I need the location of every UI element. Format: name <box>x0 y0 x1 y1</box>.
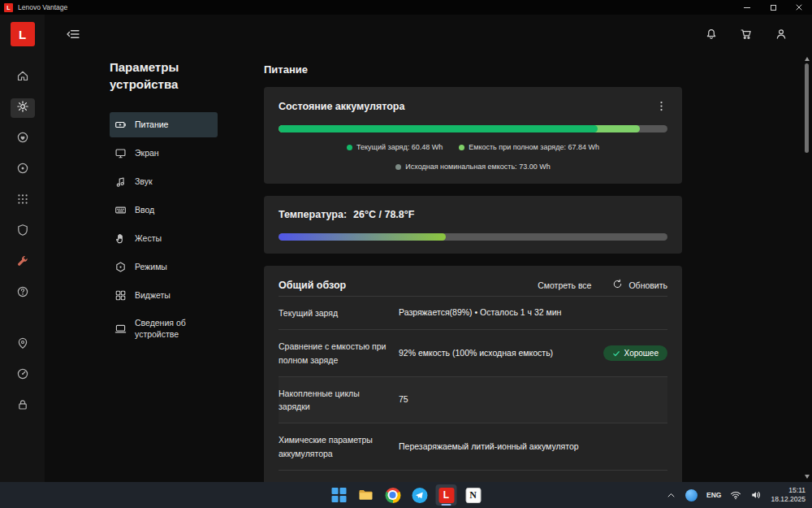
overview-row-charge-cycles: Накопленные циклы зарядки75 <box>279 377 667 424</box>
main-content: Питание Состояние аккумулятора Текущий з… <box>264 54 812 482</box>
windows-logo <box>332 488 347 502</box>
minimize-button[interactable] <box>734 0 760 15</box>
tray-time: 15:11 <box>771 486 806 495</box>
shield-icon <box>16 224 29 240</box>
monitor-icon <box>114 147 127 159</box>
icon-rail: L <box>0 15 45 482</box>
maximize-button[interactable] <box>760 0 786 15</box>
rail-item-performance[interactable] <box>11 366 35 385</box>
notifications-bell-icon[interactable] <box>705 28 718 41</box>
refresh-icon <box>612 279 623 291</box>
nav-item-widgets[interactable]: Виджеты <box>110 283 218 308</box>
temperature-bar-fill <box>279 233 446 241</box>
refresh-button[interactable]: Обновить <box>612 279 667 291</box>
rail-item-home[interactable] <box>11 67 35 87</box>
nav-item-sound[interactable]: Звук <box>110 169 218 194</box>
tray-chevron-up-icon[interactable] <box>666 490 676 501</box>
row-label: Текущий заряд <box>279 306 399 319</box>
rail-item-password[interactable] <box>11 397 35 416</box>
nav-item-label: Режимы <box>135 262 167 273</box>
battery-legend: Текущий заряд: 60.48 WhЕмкость при полно… <box>279 143 667 171</box>
home-icon <box>16 69 29 85</box>
app-header <box>45 15 812 54</box>
rail-item-support[interactable] <box>11 284 35 303</box>
nav-item-label: Виджеты <box>135 290 171 302</box>
rail-item-device-settings[interactable] <box>11 98 35 118</box>
check-icon <box>612 350 620 358</box>
wrench-icon <box>16 254 29 271</box>
rail-item-hardware-scan[interactable] <box>11 253 35 272</box>
heart-icon <box>16 131 29 147</box>
taskbar-vantage-icon[interactable]: L <box>436 484 457 506</box>
nav-item-device-info[interactable]: Сведения об устройстве <box>110 311 218 346</box>
app-area: L Параметры устройства ПитаниеЭкранЗвукВ… <box>0 15 812 482</box>
overview-card-title: Общий обзор <box>279 280 346 291</box>
battery-capacity-bar <box>279 125 667 132</box>
tray-clock[interactable]: 15:11 18.12.2025 <box>771 486 806 504</box>
overview-card: Общий обзор Смотреть все Обновить Текущи… <box>264 266 682 482</box>
nav-item-modes[interactable]: Режимы <box>110 254 218 280</box>
nav-item-label: Звук <box>135 176 153 188</box>
tray-language[interactable]: ENG <box>706 491 721 499</box>
nav-item-input[interactable]: Ввод <box>110 198 218 223</box>
row-label: Сравнение с емкостью при полном заряде <box>279 340 399 367</box>
row-value: Перезаряжаемый литий-ионный аккумулятор <box>399 441 667 454</box>
rail-item-security[interactable] <box>11 222 35 241</box>
nav-item-display[interactable]: Экран <box>110 141 218 166</box>
legend-text: Емкость при полном заряде: 67.84 Wh <box>469 143 599 151</box>
overview-rows: Текущий зарядРазряжается(89%) • Осталось… <box>279 296 667 482</box>
scrollbar-down-arrow[interactable] <box>805 475 810 479</box>
nav-item-label: Питание <box>135 119 168 131</box>
legend-dot <box>347 145 352 150</box>
grid-icon <box>16 193 29 209</box>
taskbar-apps: LN <box>329 482 484 508</box>
close-button[interactable] <box>786 0 812 15</box>
n-app-logo: N <box>465 488 481 503</box>
legend-dot <box>459 145 464 150</box>
cart-icon[interactable] <box>740 28 753 41</box>
rail-item-privacy[interactable] <box>11 335 35 354</box>
rail-items <box>11 67 35 428</box>
sidebar-toggle-icon[interactable] <box>66 27 80 41</box>
tray-app-icon[interactable] <box>685 489 698 501</box>
scrollbar-thumb[interactable] <box>805 63 809 153</box>
keyboard-icon <box>114 204 127 216</box>
taskbar-windows-icon[interactable] <box>329 484 350 506</box>
lenovo-logo: L <box>11 22 35 46</box>
overview-row-current-charge: Текущий зарядРазряжается(89%) • Осталось… <box>279 297 667 330</box>
scrollbar[interactable] <box>803 57 810 479</box>
overview-row-full-capacity-compare: Сравнение с емкостью при полном заряде92… <box>279 330 667 377</box>
rail-item-apps[interactable] <box>11 191 35 211</box>
row-label: Накопленные циклы зарядки <box>279 387 399 414</box>
row-value: 75 <box>399 393 667 406</box>
taskbar-notion-icon[interactable]: N <box>463 484 484 506</box>
lenovo-vantage-window: L Lenovo Vantage L <box>0 0 812 508</box>
question-icon <box>16 285 29 302</box>
temperature-card: Температура: 26°C / 78.8°F <box>264 196 682 254</box>
row-value: Разряжается(89%) • Осталось 1 ч 32 мин <box>399 306 667 319</box>
nav-title: Параметры устройства <box>110 59 207 93</box>
folder-glyph <box>358 487 374 503</box>
pin-icon <box>16 336 29 353</box>
temperature-value: 26°C / 78.8°F <box>353 209 414 220</box>
rail-item-smart-settings[interactable] <box>11 160 35 180</box>
nav-items: ПитаниеЭкранЗвукВводЖестыРежимыВиджетыСв… <box>110 112 264 346</box>
gauge-icon <box>16 367 29 384</box>
taskbar-chrome-icon[interactable] <box>382 484 404 506</box>
battery-status-card: Состояние аккумулятора Текущий заряд: 60… <box>264 87 682 184</box>
nav-item-power[interactable]: Питание <box>110 112 218 137</box>
laptop-icon <box>114 323 127 335</box>
taskbar-telegram-icon[interactable] <box>409 484 430 506</box>
widgets-icon <box>114 289 127 302</box>
see-all-button[interactable]: Смотреть все <box>538 280 591 290</box>
scrollbar-up-arrow[interactable] <box>805 57 810 61</box>
nav-item-gestures[interactable]: Жесты <box>110 226 218 251</box>
rail-item-battery-health[interactable] <box>11 129 35 149</box>
account-person-icon[interactable] <box>775 28 788 41</box>
page-title: Питание <box>264 63 812 76</box>
tray-wifi-icon[interactable] <box>730 489 741 501</box>
temperature-bar <box>279 233 667 241</box>
taskbar-folder-icon[interactable] <box>356 484 377 506</box>
card-menu-kebab-icon[interactable] <box>655 100 667 112</box>
tray-volume-icon[interactable] <box>750 489 762 501</box>
